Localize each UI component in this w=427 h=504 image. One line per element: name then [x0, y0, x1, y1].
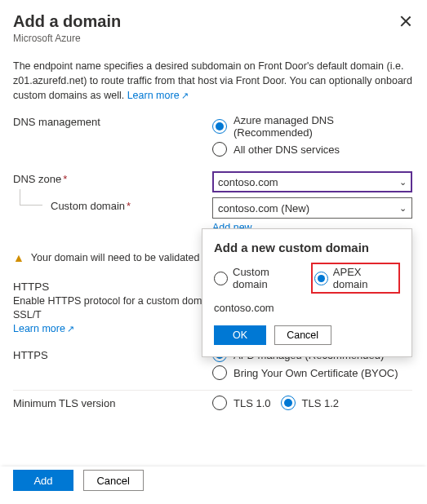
custom-domain-dropdown[interactable]: contoso.com (New) ⌄: [212, 197, 412, 219]
popup-ok-button[interactable]: OK: [214, 325, 266, 345]
dns-management-label: DNS management: [13, 114, 212, 128]
popup-domain-text: contoso.com: [214, 302, 400, 314]
popup-title: Add a new custom domain: [214, 241, 400, 254]
cancel-button[interactable]: Cancel: [83, 470, 144, 491]
learn-more-link[interactable]: Learn more↗: [127, 90, 189, 101]
footer: Add Cancel: [0, 466, 427, 504]
dns-azure-managed-radio[interactable]: Azure managed DNS (Recommended): [212, 114, 412, 139]
custom-domain-label: Custom domain*: [51, 200, 131, 212]
intro-text: The endpoint name specifies a desired su…: [13, 59, 412, 103]
pane-subtitle: Microsoft Azure: [13, 33, 121, 44]
popup-custom-domain-radio[interactable]: Custom domain: [214, 266, 303, 290]
popup-apex-domain-radio[interactable]: APEX domain: [314, 266, 395, 290]
chevron-down-icon: ⌄: [399, 203, 407, 214]
highlight-box: APEX domain: [311, 263, 400, 294]
dns-other-radio[interactable]: All other DNS services: [212, 142, 412, 157]
https-label: HTTPS: [13, 347, 212, 361]
warning-icon: ▲: [13, 251, 24, 264]
external-link-icon: ↗: [67, 324, 74, 334]
https-byoc-radio[interactable]: Bring Your Own Certificate (BYOC): [212, 365, 412, 380]
close-icon[interactable]: [399, 15, 412, 28]
dns-zone-dropdown[interactable]: contoso.com ⌄: [212, 171, 412, 192]
https-learn-more-link[interactable]: Learn more↗: [13, 323, 74, 334]
separator: [13, 390, 412, 391]
chevron-down-icon: ⌄: [399, 177, 407, 188]
popup-cancel-button[interactable]: Cancel: [274, 325, 331, 345]
pane-title: Add a domain: [13, 11, 121, 31]
tree-elbow-icon: [20, 189, 42, 206]
add-domain-pane: Add a domain Microsoft Azure The endpoin…: [0, 0, 427, 504]
tls-1-2-radio[interactable]: TLS 1.2: [281, 396, 340, 410]
tls-1-0-radio[interactable]: TLS 1.0: [212, 396, 271, 410]
external-link-icon: ↗: [181, 91, 189, 100]
tls-label: Minimum TLS version: [13, 396, 212, 409]
intro-body: The endpoint name specifies a desired su…: [13, 60, 412, 101]
dns-zone-label: DNS zone*: [13, 171, 212, 185]
add-custom-domain-popup: Add a new custom domain Custom domain AP…: [202, 228, 412, 357]
add-button[interactable]: Add: [13, 470, 73, 491]
